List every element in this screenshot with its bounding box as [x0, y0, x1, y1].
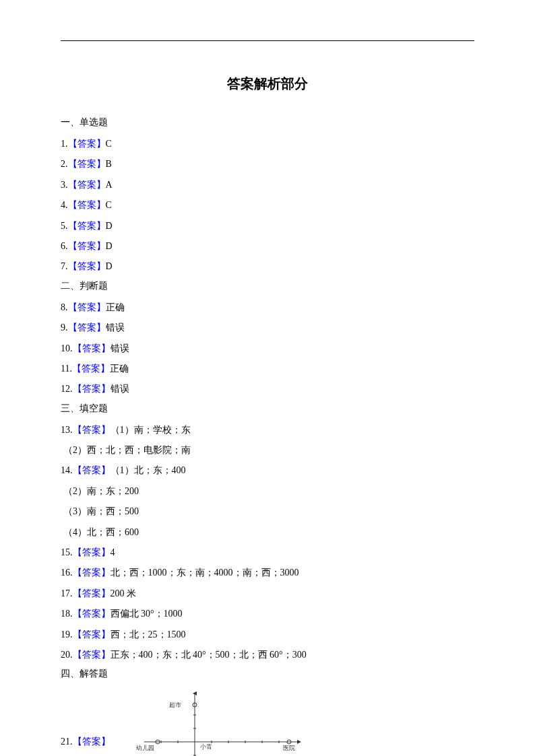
- page-container: 答案解析部分 一、单选题 1.【答案】C 2.【答案】B 3.【答案】A 4.【…: [0, 0, 535, 756]
- section-1-header: 一、单选题: [61, 116, 474, 129]
- answer-label: 【答案】: [73, 568, 111, 578]
- q17-num: 17.: [61, 588, 73, 598]
- q16-num: 16.: [61, 568, 73, 578]
- answer-q18: 18.【答案】西偏北 30°；1000: [61, 607, 474, 621]
- answer-q4: 4.【答案】C: [61, 198, 474, 213]
- answer-q9: 9.【答案】错误: [61, 320, 474, 335]
- q8-ans: 正确: [106, 302, 125, 312]
- answer-label: 【答案】: [73, 629, 111, 640]
- answer-q21: 21.【答案】: [61, 688, 474, 756]
- answer-q15: 15.【答案】4: [61, 545, 474, 560]
- answer-q14: 14.【答案】（1）北；东；400: [61, 463, 474, 478]
- answer-label: 【答案】: [73, 343, 111, 353]
- q13-p1: （1）南；学校；东: [111, 425, 191, 435]
- answer-label: 【答案】: [73, 465, 111, 475]
- answer-q12: 12.【答案】错误: [61, 382, 474, 397]
- q6-num: 6.: [61, 241, 68, 251]
- answer-label: 【答案】: [68, 180, 106, 190]
- q18-num: 18.: [61, 609, 73, 619]
- section-4-header: 四、解答题: [61, 668, 474, 680]
- answer-label: 【答案】: [68, 139, 106, 149]
- q1-ans: C: [106, 139, 112, 149]
- q14-p1: （1）北；东；400: [111, 465, 186, 475]
- q19-num: 19.: [61, 629, 73, 640]
- q10-num: 10.: [61, 343, 73, 353]
- answer-q6: 6.【答案】D: [61, 239, 474, 254]
- q11-num: 11.: [61, 364, 72, 374]
- q4-num: 4.: [61, 200, 68, 210]
- q8-num: 8.: [61, 302, 68, 312]
- answer-q17: 17.【答案】200 米: [61, 586, 474, 601]
- q14-num: 14.: [61, 465, 73, 475]
- answer-label: 【答案】: [73, 588, 111, 598]
- answer-label: 【答案】: [68, 241, 106, 251]
- q2-ans: B: [106, 159, 112, 169]
- answer-q10: 10.【答案】错误: [61, 341, 474, 356]
- q13-num: 13.: [61, 425, 73, 435]
- q16-ans: 北；西；1000；东；南；4000；南；西；3000: [111, 568, 299, 578]
- q15-ans: 4: [111, 547, 115, 557]
- q14-p2: （2）南；东；200: [61, 484, 474, 499]
- answer-label: 【答案】: [73, 609, 111, 619]
- top-horizontal-rule: [61, 40, 474, 41]
- answer-q1: 1.【答案】C: [61, 137, 474, 151]
- q13-p2: （2）西；北；西；电影院；南: [61, 443, 474, 458]
- q14-p4: （4）北；西；600: [61, 525, 474, 540]
- answer-label: 【答案】: [68, 159, 106, 169]
- answer-label: 【答案】: [73, 384, 111, 394]
- q20-num: 20.: [61, 650, 73, 660]
- q10-ans: 错误: [111, 343, 129, 353]
- q3-ans: A: [106, 180, 113, 190]
- q7-ans: D: [106, 261, 113, 271]
- q17-ans: 200 米: [111, 588, 137, 598]
- q15-num: 15.: [61, 547, 73, 557]
- answer-label: 【答案】: [68, 221, 106, 231]
- q5-num: 5.: [61, 221, 68, 231]
- q21-label-block: 21.【答案】: [61, 736, 111, 748]
- answer-label: 【答案】: [68, 302, 106, 312]
- answer-q13: 13.【答案】（1）南；学校；东: [61, 423, 474, 438]
- q11-ans: 正确: [110, 364, 129, 374]
- answer-label: 【答案】: [73, 650, 111, 660]
- answer-label: 【答案】: [68, 200, 106, 210]
- answer-label: 【答案】: [72, 364, 110, 374]
- coordinate-chart: 超市 幼儿园 医院 银行 小青: [131, 688, 306, 756]
- q14-p3: （3）南；西；500: [61, 504, 474, 519]
- answer-label: 【答案】: [73, 547, 111, 557]
- q12-num: 12.: [61, 384, 73, 394]
- section-2-header: 二、判断题: [61, 280, 474, 292]
- q3-num: 3.: [61, 180, 68, 190]
- answer-q16: 16.【答案】北；西；1000；东；南；4000；南；西；3000: [61, 565, 474, 580]
- q5-ans: D: [106, 221, 113, 231]
- q1-num: 1.: [61, 139, 68, 149]
- section-3-header: 三、填空题: [61, 403, 474, 415]
- q4-ans: C: [106, 200, 112, 210]
- answer-q2: 2.【答案】B: [61, 157, 474, 172]
- answer-label: 【答案】: [73, 736, 111, 747]
- q19-ans: 西；北；25；1500: [111, 629, 186, 640]
- answer-q8: 8.【答案】正确: [61, 300, 474, 315]
- q9-num: 9.: [61, 322, 68, 333]
- answer-label: 【答案】: [73, 425, 111, 435]
- page-title: 答案解析部分: [61, 75, 474, 93]
- q21-num: 21.: [61, 736, 73, 747]
- chart-svg: 超市 幼儿园 医院 银行 小青: [131, 688, 306, 756]
- q18-ans: 西偏北 30°；1000: [111, 609, 183, 619]
- answer-label: 【答案】: [68, 322, 106, 333]
- label-origin: 小青: [200, 743, 212, 750]
- q6-ans: D: [106, 241, 113, 251]
- label-supermarket: 超市: [169, 701, 181, 708]
- q12-ans: 错误: [111, 384, 129, 394]
- q2-num: 2.: [61, 159, 68, 169]
- answer-label: 【答案】: [68, 261, 106, 271]
- q9-ans: 错误: [106, 322, 125, 333]
- answer-q5: 5.【答案】D: [61, 219, 474, 234]
- answer-q20: 20.【答案】正东；400；东；北 40°；500；北；西 60°；300: [61, 648, 474, 662]
- answer-q3: 3.【答案】A: [61, 178, 474, 193]
- q20-ans: 正东；400；东；北 40°；500；北；西 60°；300: [111, 650, 307, 660]
- answer-q19: 19.【答案】西；北；25；1500: [61, 627, 474, 642]
- label-kindergarten: 幼儿园: [136, 745, 154, 751]
- q7-num: 7.: [61, 261, 68, 271]
- answer-q11: 11.【答案】正确: [61, 362, 474, 376]
- answer-q7: 7.【答案】D: [61, 259, 474, 274]
